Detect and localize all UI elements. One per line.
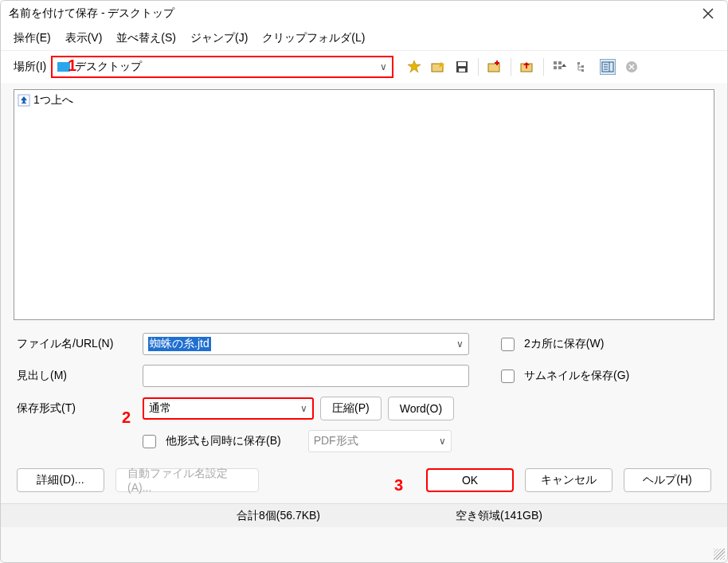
location-label: 場所(I) — [14, 60, 46, 74]
menu-clipfolder[interactable]: クリップフォルダ(L) — [262, 31, 365, 45]
file-list-pane[interactable]: 1つ上へ — [14, 89, 714, 320]
also-save-other-label[interactable]: 他形式も同時に保存(B) — [166, 434, 281, 448]
chevron-down-icon: ∨ — [456, 338, 464, 350]
also-save-other-checkbox[interactable] — [143, 435, 156, 448]
save-form: ファイル名/URL(N) 蜘蛛の糸.jtd ∨ 2カ所に保存(W) 見出し(M)… — [1, 326, 727, 452]
tree-view-icon[interactable] — [576, 59, 592, 75]
word-button[interactable]: Word(O) — [388, 397, 454, 420]
compress-button[interactable]: 圧縮(P) — [320, 397, 382, 420]
location-bar: 場所(I) デスクトップ ∨ — [1, 51, 727, 83]
svg-rect-8 — [495, 62, 499, 64]
ok-button[interactable]: OK — [426, 468, 514, 492]
details-button[interactable]: 詳細(D)... — [17, 468, 104, 492]
location-combo[interactable]: デスクトップ ∨ — [51, 56, 393, 78]
filename-input[interactable]: 蜘蛛の糸.jtd ∨ — [143, 333, 469, 355]
status-free: 空き領域(141GB) — [456, 509, 542, 523]
new-folder-icon[interactable] — [487, 59, 503, 75]
go-up-label: 1つ上へ — [33, 93, 73, 108]
favorite-icon[interactable] — [406, 59, 422, 75]
heading-label: 見出し(M) — [17, 369, 136, 383]
window-title: 名前を付けて保存 - デスクトップ — [9, 6, 697, 21]
format-combo[interactable]: 通常 ∨ — [143, 397, 314, 420]
svg-rect-16 — [581, 69, 584, 72]
status-total: 合計8個(56.7KB) — [237, 509, 320, 523]
cancel-circle-icon[interactable] — [624, 59, 640, 75]
svg-rect-5 — [459, 68, 465, 72]
format-value: 通常 — [149, 401, 171, 416]
close-icon[interactable] — [697, 2, 719, 25]
folder-up-arrow-icon — [18, 94, 30, 107]
filename-label: ファイル名/URL(N) — [17, 337, 136, 351]
desktop-icon — [57, 62, 70, 72]
svg-rect-10 — [554, 61, 557, 65]
location-toolbar — [406, 58, 640, 76]
save-two-places-label[interactable]: 2カ所に保存(W) — [524, 337, 604, 351]
pdf-format-value: PDF形式 — [314, 434, 358, 448]
go-up-row[interactable]: 1つ上へ — [18, 93, 710, 108]
svg-rect-11 — [558, 61, 562, 65]
save-icon[interactable] — [454, 59, 470, 75]
cancel-button[interactable]: キャンセル — [525, 468, 613, 492]
chevron-down-icon: ∨ — [439, 436, 446, 447]
view-icons-icon[interactable] — [552, 59, 568, 75]
svg-rect-12 — [554, 66, 557, 69]
pdf-format-select: PDF形式 ∨ — [308, 430, 452, 452]
menu-view[interactable]: 表示(V) — [65, 31, 103, 45]
svg-rect-15 — [581, 65, 584, 68]
save-two-places-checkbox[interactable] — [501, 338, 515, 351]
format-label: 保存形式(T) — [17, 401, 136, 416]
separator — [511, 58, 511, 76]
auto-filename-button: 自動ファイル名設定(A)... — [115, 468, 259, 492]
status-bar: 合計8個(56.7KB) 空き領域(141GB) — [1, 503, 727, 527]
folder-up-icon[interactable] — [519, 59, 535, 75]
preview-pane-icon[interactable] — [600, 59, 616, 75]
chevron-down-icon: ∨ — [380, 61, 387, 72]
menu-edit[interactable]: 操作(E) — [14, 31, 51, 45]
separator — [543, 58, 544, 76]
resize-grip-icon[interactable] — [714, 549, 725, 560]
add-favorite-icon[interactable] — [430, 59, 446, 75]
menu-sort[interactable]: 並べ替え(S) — [116, 31, 176, 45]
filename-value: 蜘蛛の糸.jtd — [148, 337, 211, 351]
svg-rect-13 — [558, 66, 562, 69]
heading-input[interactable] — [143, 365, 469, 387]
separator — [478, 58, 479, 76]
save-thumbnail-checkbox[interactable] — [501, 369, 515, 383]
svg-rect-4 — [458, 62, 466, 66]
svg-marker-0 — [408, 61, 421, 72]
titlebar: 名前を付けて保存 - デスクトップ — [1, 1, 727, 26]
svg-rect-14 — [577, 62, 580, 65]
location-value: デスクトップ — [75, 60, 142, 74]
menu-jump[interactable]: ジャンプ(J) — [190, 31, 248, 45]
chevron-down-icon: ∨ — [300, 403, 307, 414]
help-button[interactable]: ヘルプ(H) — [624, 468, 711, 492]
menubar: 操作(E) 表示(V) 並べ替え(S) ジャンプ(J) クリップフォルダ(L) — [1, 26, 727, 51]
save-thumbnail-label[interactable]: サムネイルを保存(G) — [524, 369, 629, 383]
dialog-buttons: 詳細(D)... 自動ファイル名設定(A)... OK キャンセル ヘルプ(H) — [1, 462, 727, 503]
